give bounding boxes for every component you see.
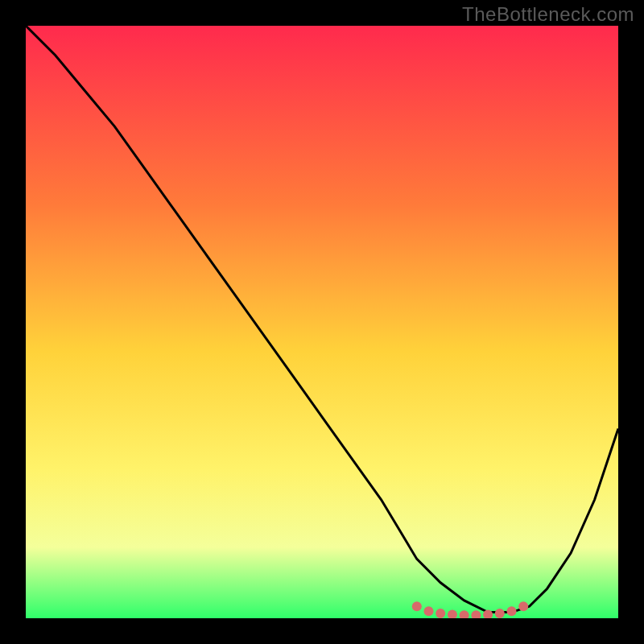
highlight-dot xyxy=(424,606,434,616)
watermark-text: TheBottleneck.com xyxy=(462,3,634,26)
highlight-dot xyxy=(412,601,422,611)
highlight-dot xyxy=(436,609,445,618)
highlight-dot xyxy=(495,609,505,618)
highlight-dot xyxy=(507,606,517,616)
chart-container xyxy=(26,26,618,618)
highlight-dot xyxy=(518,601,528,611)
gradient-background xyxy=(26,26,618,618)
bottleneck-chart xyxy=(26,26,618,618)
